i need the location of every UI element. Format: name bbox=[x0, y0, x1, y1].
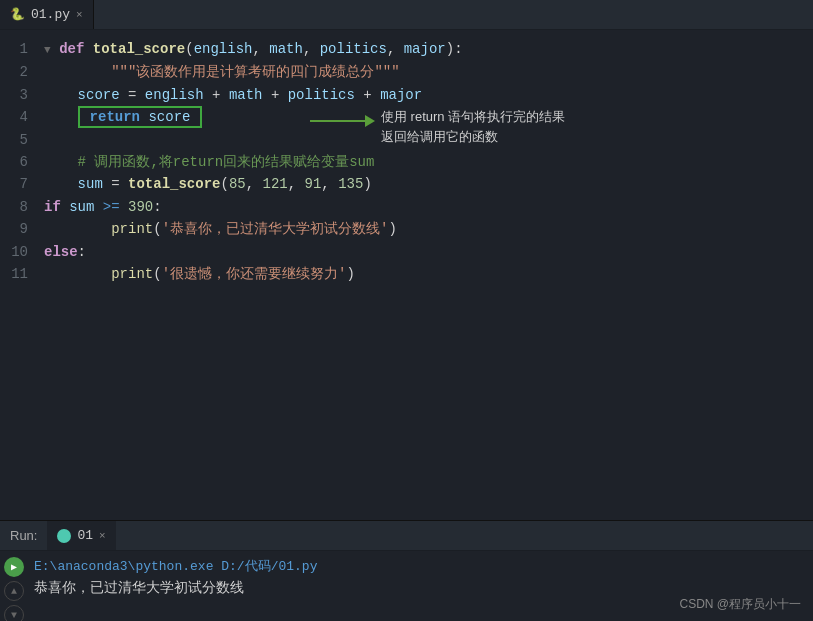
code-line-8: 8if sum >= 390: bbox=[0, 196, 813, 218]
line-number-2: 2 bbox=[0, 61, 40, 83]
run-play-button[interactable]: ▶ bbox=[4, 557, 24, 577]
line-body-10: else: bbox=[40, 241, 813, 263]
run-label: Run: bbox=[0, 528, 47, 543]
code-line-4: 4 return score bbox=[0, 106, 813, 128]
line-body-3: score = english + math + politics + majo… bbox=[40, 84, 813, 106]
tab-close-button[interactable]: × bbox=[76, 9, 83, 21]
watermark: CSDN @程序员小十一 bbox=[679, 596, 801, 613]
line-body-1: ▼ def total_score(english, math, politic… bbox=[40, 38, 813, 61]
line-number-9: 9 bbox=[0, 218, 40, 240]
line-number-1: 1 bbox=[0, 38, 40, 61]
run-tab-close[interactable]: × bbox=[99, 530, 106, 542]
code-line-3: 3 score = english + math + politics + ma… bbox=[0, 84, 813, 106]
line-body-11: print('很遗憾，你还需要继续努力') bbox=[40, 263, 813, 285]
editor-container: 1▼ def total_score(english, math, politi… bbox=[0, 30, 813, 520]
run-python-icon bbox=[57, 529, 71, 543]
line-body-7: sum = total_score(85, 121, 91, 135) bbox=[40, 173, 813, 195]
line-number-11: 11 bbox=[0, 263, 40, 285]
line-number-8: 8 bbox=[0, 196, 40, 218]
code-line-7: 7 sum = total_score(85, 121, 91, 135) bbox=[0, 173, 813, 195]
run-path: E:\anaconda3\python.exe D:/代码/01.py bbox=[34, 557, 807, 575]
tab-filename: 01.py bbox=[31, 7, 70, 22]
code-line-10: 10else: bbox=[0, 241, 813, 263]
line-number-10: 10 bbox=[0, 241, 40, 263]
code-line-9: 9 print('恭喜你，已过清华大学初试分数线') bbox=[0, 218, 813, 240]
code-line-2: 2 """该函数作用是计算考研的四门成绩总分""" bbox=[0, 61, 813, 83]
fold-icon-1: ▼ bbox=[44, 44, 57, 56]
python-file-icon: 🐍 bbox=[10, 7, 25, 22]
run-tab-bar: Run: 01 × bbox=[0, 521, 813, 551]
code-line-6: 6 # 调用函数,将return回来的结果赋给变量sum bbox=[0, 151, 813, 173]
run-side-buttons: ▶ ▲ ▼ bbox=[0, 551, 28, 621]
run-tab-name: 01 bbox=[77, 528, 93, 543]
line-number-6: 6 bbox=[0, 151, 40, 173]
line-number-4: 4 bbox=[0, 106, 40, 128]
line-body-2: """该函数作用是计算考研的四门成绩总分""" bbox=[40, 61, 813, 83]
return-score-box: return score bbox=[78, 106, 203, 128]
line-body-8: if sum >= 390: bbox=[40, 196, 813, 218]
tab-bar: 🐍 01.py × bbox=[0, 0, 813, 30]
run-output: 恭喜你，已过清华大学初试分数线 bbox=[34, 579, 807, 597]
line-body-9: print('恭喜你，已过清华大学初试分数线') bbox=[40, 218, 813, 240]
line-number-5: 5 bbox=[0, 129, 40, 151]
line-body-4: return score bbox=[40, 106, 813, 128]
run-scroll-down-button[interactable]: ▼ bbox=[4, 605, 24, 621]
code-block: 1▼ def total_score(english, math, politi… bbox=[0, 30, 813, 293]
line-number-7: 7 bbox=[0, 173, 40, 195]
line-body-6: # 调用函数,将return回来的结果赋给变量sum bbox=[40, 151, 813, 173]
line-body-5 bbox=[40, 129, 813, 151]
code-line-1: 1▼ def total_score(english, math, politi… bbox=[0, 38, 813, 61]
run-scroll-up-button[interactable]: ▲ bbox=[4, 581, 24, 601]
code-line-5: 5 bbox=[0, 129, 813, 151]
line-number-3: 3 bbox=[0, 84, 40, 106]
run-tab[interactable]: 01 × bbox=[47, 521, 115, 550]
code-line-11: 11 print('很遗憾，你还需要继续努力') bbox=[0, 263, 813, 285]
file-tab[interactable]: 🐍 01.py × bbox=[0, 0, 94, 29]
